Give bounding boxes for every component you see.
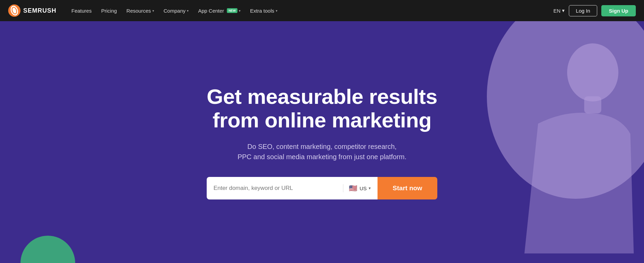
login-button[interactable]: Log In	[569, 5, 598, 16]
nav-extra-tools[interactable]: Extra tools ▾	[246, 5, 282, 16]
svg-rect-4	[584, 96, 601, 113]
nav-links: Features Pricing Resources ▾ Company ▾ A…	[67, 5, 553, 16]
start-now-button[interactable]: Start now	[378, 177, 437, 199]
language-selector[interactable]: EN ▾	[553, 8, 565, 14]
resources-chevron-icon: ▾	[152, 9, 154, 13]
hero-content: Get measurable results from online marke…	[198, 85, 446, 200]
svg-point-3	[567, 43, 618, 101]
search-input-wrapper: 🇺🇸 US ▾	[207, 177, 378, 199]
logo-link[interactable]: SEMRUSH	[8, 4, 56, 17]
hero-search-bar: 🇺🇸 US ▾ Start now	[207, 177, 437, 199]
nav-right: EN ▾ Log In Sign Up	[553, 5, 636, 16]
search-input[interactable]	[214, 185, 343, 192]
signup-button[interactable]: Sign Up	[601, 5, 636, 16]
nav-app-center[interactable]: App Center NEW ▾	[194, 5, 245, 16]
hero-section: Get measurable results from online marke…	[0, 21, 644, 263]
country-chevron-icon: ▾	[369, 186, 371, 191]
app-center-chevron-icon: ▾	[239, 9, 241, 13]
extra-tools-chevron-icon: ▾	[276, 9, 277, 13]
nav-company[interactable]: Company ▾	[160, 5, 193, 16]
hero-bg-circle-small	[20, 236, 75, 263]
lang-chevron-icon: ▾	[562, 8, 565, 14]
navbar: SEMRUSH Features Pricing Resources ▾ Com…	[0, 0, 644, 21]
nav-features[interactable]: Features	[67, 5, 96, 16]
flag-icon: 🇺🇸	[349, 184, 357, 192]
nav-pricing[interactable]: Pricing	[97, 5, 121, 16]
app-center-badge: NEW	[227, 8, 237, 13]
nav-resources[interactable]: Resources ▾	[122, 5, 158, 16]
logo-text: SEMRUSH	[23, 7, 56, 14]
company-chevron-icon: ▾	[187, 9, 189, 13]
hero-title: Get measurable results from online marke…	[207, 85, 437, 132]
hero-subtitle: Do SEO, content marketing, competitor re…	[207, 141, 437, 162]
hero-person-silhouette	[497, 28, 634, 255]
country-label: US	[359, 185, 367, 191]
country-selector[interactable]: 🇺🇸 US ▾	[343, 184, 371, 192]
semrush-logo-icon	[8, 4, 20, 17]
